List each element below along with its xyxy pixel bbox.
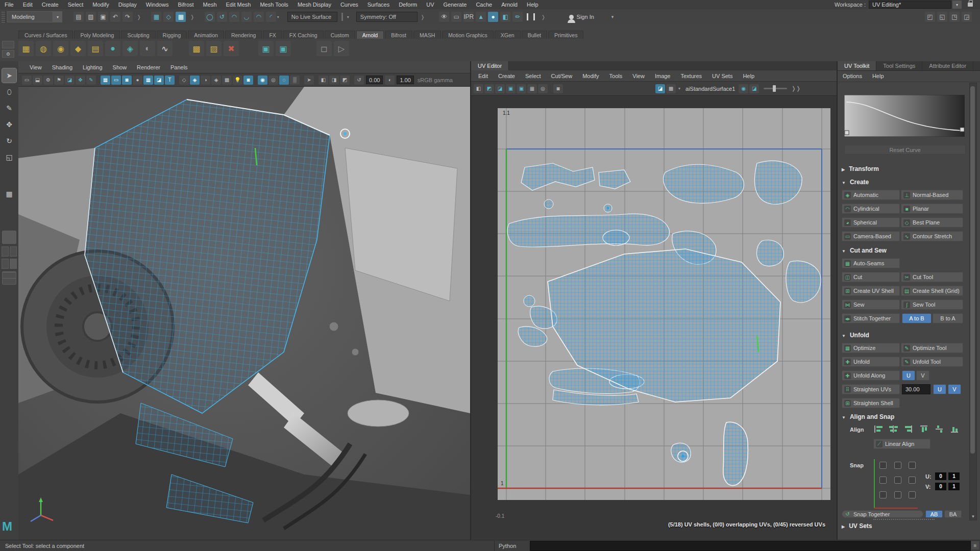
menu-create[interactable]: Create — [37, 0, 63, 9]
sew-button[interactable]: ⋈Sew — [842, 299, 900, 310]
stitch-together-button[interactable]: ◂▸Stitch Together — [842, 313, 900, 323]
uv-menu-uv-sets[interactable]: UV Sets — [707, 73, 738, 79]
menu-uv[interactable]: UV — [422, 0, 438, 9]
unfold-along-v-button[interactable]: V — [916, 370, 929, 381]
snap-checkbox-bc[interactable] — [894, 491, 901, 498]
arnold-operator-icon[interactable]: ◻ — [316, 41, 332, 56]
fog-icon[interactable]: ▒ — [290, 76, 300, 85]
shelf-tab-primitives[interactable]: Primitives — [548, 31, 584, 39]
bookmark-icon[interactable]: ⚑ — [54, 76, 64, 85]
screen-space-ao-icon[interactable]: ◙ — [243, 76, 253, 85]
snap-u1-field[interactable]: 1 — [948, 472, 960, 480]
menu-file[interactable]: File — [0, 0, 18, 9]
snap-ab-button[interactable]: AB — [925, 510, 943, 518]
tab-tool-settings[interactable]: Tool Settings — [876, 61, 922, 70]
last-tool-icon[interactable]: ▦ — [2, 187, 16, 201]
uv-texture-arrow[interactable] — [678, 86, 680, 91]
live-surface-arrow[interactable] — [347, 15, 349, 19]
menu-surfaces[interactable]: Surfaces — [363, 0, 394, 9]
grid-toggle-icon[interactable]: ▦ — [101, 76, 110, 85]
shaded-icon[interactable]: ◈ — [190, 76, 200, 85]
cut-button[interactable]: ◫Cut — [842, 272, 900, 282]
viewport-menu-view[interactable]: View — [24, 64, 47, 70]
shelf-tab-arnold[interactable]: Arnold — [356, 31, 384, 39]
menu-modify[interactable]: Modify — [88, 0, 113, 9]
arnold-area-light-icon[interactable]: ▦ — [18, 41, 34, 56]
render-settings-icon[interactable]: ◜ — [266, 12, 276, 22]
linear-align-button[interactable]: ⟋Linear Align — [873, 439, 930, 449]
uv-snapshot-icon[interactable]: ◙ — [553, 84, 563, 93]
command-line-input[interactable] — [530, 541, 971, 551]
uv-alpha-channel-icon[interactable]: ◪ — [749, 84, 759, 93]
arnold-flush-texture-cache-icon[interactable]: ✖ — [224, 41, 239, 56]
uv-grid-display-icon[interactable]: ▣ — [506, 84, 516, 93]
snap-u0-field[interactable]: 0 — [935, 472, 946, 480]
snap-checkbox-br[interactable] — [909, 491, 916, 498]
symmetry-field[interactable]: Symmetry: Off — [356, 12, 418, 22]
sew-tool-button[interactable]: ∫Sew Tool — [901, 299, 963, 310]
arnold-light-portal-icon[interactable]: ▤ — [88, 41, 103, 56]
auto-seams-button[interactable]: ▦Auto-Seams — [842, 258, 900, 268]
shelf-tab-rendering[interactable]: Rendering — [225, 31, 262, 39]
section-unfold[interactable]: Unfold — [842, 332, 869, 339]
shelf-tab-curves-surfaces[interactable]: Curves / Surfaces — [18, 31, 73, 39]
straighten-uvs-button[interactable]: ⠿Straighten UVs — [842, 384, 900, 394]
xray-icon[interactable]: ◧ — [318, 76, 328, 85]
grease-pencil-icon[interactable]: ✎ — [86, 76, 96, 85]
menu-select[interactable]: Select — [63, 0, 88, 9]
section-splitter[interactable] — [873, 519, 935, 520]
uv-menu-select[interactable]: Select — [520, 73, 546, 79]
toolbar-grip[interactable] — [2, 11, 6, 23]
snap-checkbox-tc[interactable] — [894, 462, 901, 469]
snap-checkbox-mr[interactable] — [909, 477, 916, 484]
snap-checkbox-tl[interactable] — [879, 462, 887, 469]
frame-icon[interactable]: ▭ — [451, 12, 461, 22]
uv-editor-tab[interactable]: UV Editor — [471, 61, 509, 70]
layout-persp-outliner-button[interactable] — [0, 259, 18, 269]
uv-menu-textures[interactable]: Textures — [675, 73, 707, 79]
shelf-tab-fx[interactable]: FX — [263, 31, 282, 39]
stitch-a-to-b-button[interactable]: A to B — [902, 313, 932, 323]
texture-bake-icon[interactable]: ◧ — [500, 12, 510, 22]
workspace-lock-icon[interactable] — [968, 3, 973, 7]
toolkit-scrollbar[interactable]: ▼ — [969, 83, 977, 520]
menu-edit-mesh[interactable]: Edit Mesh — [222, 0, 256, 9]
falloff-curve-ramp[interactable] — [844, 95, 965, 137]
arnold-render-icon[interactable]: ● — [488, 12, 498, 22]
unfold-along-button[interactable]: ✚Unfold Along — [842, 370, 900, 381]
save-scene-icon[interactable]: ▣ — [98, 12, 108, 22]
open-render-view-icon[interactable]: ◠ — [229, 12, 239, 22]
snap-checkbox-ml[interactable] — [879, 477, 887, 484]
shelf-tab-rigging[interactable]: Rigging — [157, 31, 187, 39]
snap-to-grid-icon[interactable]: ▦ — [151, 12, 161, 22]
arnold-mesh-light-icon[interactable]: ◉ — [53, 41, 68, 56]
arnold-volume-icon[interactable]: ◐ — [140, 41, 155, 56]
move-tool-icon[interactable]: ✥ — [2, 117, 16, 132]
tab-uv-toolkit[interactable]: UV Toolkit — [838, 61, 876, 70]
xray-joints-icon[interactable]: ◨ — [329, 76, 339, 85]
section-uv-sets[interactable]: UV Sets — [842, 522, 872, 530]
quick-render-icon[interactable]: ◡ — [241, 12, 252, 22]
uv-menu-image[interactable]: Image — [650, 73, 676, 79]
live-surface-field[interactable]: No Live Surface — [287, 12, 337, 22]
optimize-button[interactable]: ▦Optimize — [842, 343, 900, 353]
depth-of-field-icon[interactable]: ◌ — [279, 76, 289, 85]
undo-icon[interactable]: ↶ — [110, 12, 120, 22]
scrollbar-down-arrow[interactable]: ▼ — [970, 514, 976, 519]
paint-effects-icon[interactable]: ✏ — [512, 12, 523, 22]
straighten-angle-field[interactable]: 30.00 — [902, 384, 930, 394]
arnold-curve-collector-icon[interactable]: ∿ — [157, 41, 173, 56]
exposure-toggle-icon[interactable]: ◐ — [385, 76, 395, 85]
reset-curve-button[interactable]: Reset Curve — [844, 145, 966, 155]
select-tool-icon[interactable]: ➤ — [2, 68, 16, 83]
stitch-b-to-a-button[interactable]: B to A — [933, 313, 963, 323]
create-shell-grid-button[interactable]: ▤Create Shell (Grid) — [901, 286, 963, 296]
film-gate-icon[interactable]: ▭ — [111, 76, 121, 85]
construction-history-icon[interactable]: ↺ — [217, 12, 227, 22]
layout-single-pane-button[interactable] — [2, 231, 16, 244]
uv-menu-edit[interactable]: Edit — [473, 73, 493, 79]
section-transform[interactable]: Transform — [842, 165, 879, 172]
arnold-tx-manager-icon[interactable]: ▣ — [258, 41, 274, 56]
uv-flipu-icon[interactable]: ◧ — [474, 84, 483, 93]
wireframe-icon[interactable]: ◇ — [179, 76, 189, 85]
